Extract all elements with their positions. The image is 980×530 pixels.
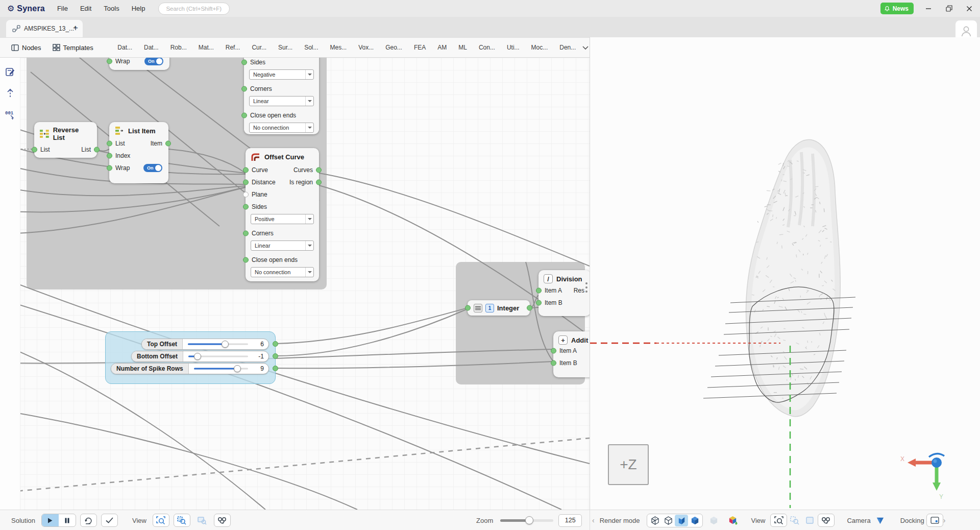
viewport-3d[interactable]: +Z X Y: [590, 37, 980, 510]
minimize-button[interactable]: [923, 3, 934, 14]
zoom-fit-button[interactable]: [153, 514, 169, 527]
slider-track[interactable]: -1: [183, 351, 268, 362]
node-offset-curve[interactable]: Offset Curve Curve Curves Distance Is re…: [246, 148, 319, 281]
node-list-item[interactable]: List Item List Item Index Wrap On: [109, 122, 168, 183]
port-close-open-ends-in[interactable]: [241, 113, 247, 118]
port-is-region-out[interactable]: [316, 180, 322, 185]
viewport-zoom-fit-button[interactable]: [770, 514, 787, 527]
notes-icon[interactable]: [5, 67, 15, 79]
expand-right-icon[interactable]: ›: [943, 516, 946, 524]
slider-knob[interactable]: [194, 353, 201, 360]
tab-mockup[interactable]: Moc...: [525, 44, 554, 51]
port-spike-rows-out[interactable]: [273, 366, 278, 371]
slider-top-offset[interactable]: Top Offset 6: [141, 339, 269, 350]
node-partial-params[interactable]: Sides Negative Corners Linear Close open…: [244, 58, 319, 134]
zoom-slider[interactable]: [500, 519, 553, 522]
slider-group-panel[interactable]: Top Offset 6 Bottom Offset -1 Number of …: [105, 331, 276, 384]
node-canvas[interactable]: 001 Wrap On Reverse List: [0, 58, 590, 510]
camera-mode-button[interactable]: [873, 514, 888, 527]
corners-dropdown[interactable]: Linear: [251, 240, 314, 251]
collapse-left-icon[interactable]: ‹: [592, 516, 595, 524]
port-close-open-ends-in[interactable]: [243, 257, 249, 263]
tab-robotics[interactable]: Rob...: [164, 44, 192, 51]
node-integer[interactable]: 1 Integer: [468, 300, 530, 316]
tab-curves[interactable]: Cur...: [246, 44, 273, 51]
tab-fea[interactable]: FEA: [408, 44, 431, 51]
menu-file[interactable]: File: [57, 5, 68, 12]
play-button[interactable]: [42, 514, 59, 526]
restore-button[interactable]: [943, 3, 954, 14]
viewport-dependencies-button[interactable]: [818, 514, 835, 527]
node-partial-wrap[interactable]: Wrap On: [109, 58, 169, 70]
tab-density[interactable]: Den...: [554, 44, 582, 51]
tab-solids[interactable]: Sol...: [299, 44, 324, 51]
sides-dropdown[interactable]: Positive: [251, 214, 314, 224]
wrap-toggle-on[interactable]: On: [143, 164, 162, 172]
port-sides-in[interactable]: [241, 60, 247, 65]
render-wireframe-button[interactable]: [648, 515, 662, 526]
news-button[interactable]: News: [880, 3, 914, 14]
toolbar-chevron-down-icon[interactable]: [582, 43, 589, 52]
docking-button[interactable]: [926, 514, 943, 527]
node-reverse-list[interactable]: Reverse List List List: [34, 122, 97, 158]
tab-data-2[interactable]: Dat...: [138, 44, 165, 51]
axis-gizmo[interactable]: X Y: [896, 446, 952, 502]
search-input[interactable]: [166, 6, 244, 12]
menu-help[interactable]: Help: [132, 5, 145, 12]
zoom-slider-knob[interactable]: [525, 516, 533, 524]
port-integer-in[interactable]: [465, 305, 471, 311]
port-item-b-in[interactable]: [536, 300, 542, 306]
slider-spike-rows[interactable]: Number of Spike Rows 9: [111, 363, 269, 374]
close-open-ends-dropdown[interactable]: No connection: [249, 123, 314, 133]
port-wrap-in[interactable]: [107, 165, 112, 171]
port-list-in[interactable]: [107, 141, 112, 147]
tab-geometry[interactable]: Geo...: [380, 44, 408, 51]
render-hidden-line-button[interactable]: [662, 515, 675, 526]
orientation-cube-z[interactable]: +Z: [608, 444, 649, 485]
tab-utilities[interactable]: Uti...: [501, 44, 525, 51]
node-division[interactable]: / Division Item A Res Item B: [538, 270, 590, 316]
zoom-value-input[interactable]: [558, 514, 582, 527]
global-search[interactable]: [158, 3, 230, 15]
port-item-b-in[interactable]: [551, 360, 556, 366]
node-addition[interactable]: + Addit Item A Item B: [553, 331, 590, 377]
port-index-in[interactable]: [107, 153, 112, 159]
tab-data-1[interactable]: Dat...: [112, 44, 138, 51]
port-item-a-in[interactable]: [551, 348, 556, 354]
tab-materials[interactable]: Mat...: [192, 44, 219, 51]
tab-reference[interactable]: Ref...: [219, 44, 246, 51]
port-bottom-offset-out[interactable]: [273, 353, 278, 359]
pause-button[interactable]: [59, 514, 76, 526]
port-list-out[interactable]: [94, 147, 100, 153]
tab-mesh[interactable]: Mes...: [324, 44, 353, 51]
nodes-panel-button[interactable]: Nodes: [11, 44, 41, 52]
dependencies-button[interactable]: [214, 514, 231, 527]
sides-dropdown[interactable]: Negative: [249, 69, 314, 80]
binary-pick-icon[interactable]: 001: [5, 110, 16, 122]
port-sides-in[interactable]: [243, 204, 249, 210]
port-integer-out[interactable]: [527, 305, 532, 311]
tab-voxel[interactable]: Vox...: [353, 44, 380, 51]
port-curve-in[interactable]: [243, 167, 249, 173]
tab-am[interactable]: AM: [432, 44, 453, 51]
close-button[interactable]: [964, 3, 975, 14]
port-wrap-in[interactable]: [107, 59, 112, 64]
port-corners-in[interactable]: [243, 231, 249, 236]
port-item-out[interactable]: [165, 141, 171, 147]
menu-tools[interactable]: Tools: [104, 5, 119, 12]
validate-button[interactable]: [101, 514, 118, 527]
port-item-a-in[interactable]: [536, 288, 542, 294]
wrap-toggle-on[interactable]: On: [144, 58, 163, 65]
node-handle-dots[interactable]: [585, 282, 587, 293]
port-list-in[interactable]: [32, 147, 37, 153]
tab-ml[interactable]: ML: [453, 44, 473, 51]
loop-run-button[interactable]: [80, 514, 97, 527]
slider-bottom-offset[interactable]: Bottom Offset -1: [131, 351, 269, 362]
port-distance-in[interactable]: [243, 180, 249, 185]
render-shaded-edges-button[interactable]: [688, 515, 701, 526]
render-shaded-button-active[interactable]: [675, 515, 688, 526]
menu-edit[interactable]: Edit: [80, 5, 91, 12]
port-top-offset-out[interactable]: [273, 341, 278, 347]
corners-dropdown[interactable]: Linear: [249, 96, 314, 106]
templates-panel-button[interactable]: Templates: [53, 44, 93, 52]
